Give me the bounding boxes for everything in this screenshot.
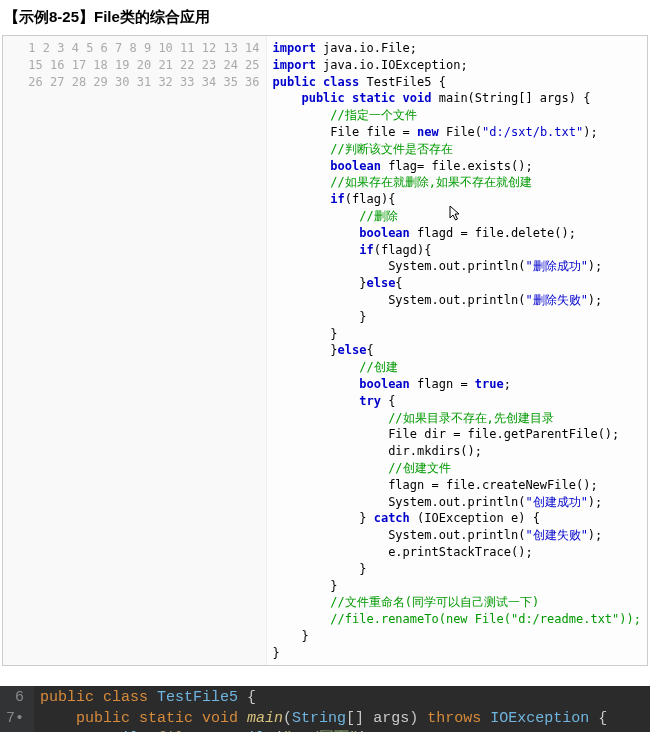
example-title: 【示例8-25】File类的综合应用 <box>0 0 650 35</box>
code-block-light: 1 2 3 4 5 6 7 8 9 10 11 12 13 14 15 16 1… <box>2 35 648 666</box>
lines-dark: public class TestFile5 { public static v… <box>34 686 650 732</box>
gutter-light: 1 2 3 4 5 6 7 8 9 10 11 12 13 14 15 16 1… <box>3 36 267 665</box>
code-block-dark: 67•891011121314151617 public class TestF… <box>0 686 650 732</box>
gutter-dark: 67•891011121314151617 <box>0 686 34 732</box>
lines-light: import java.io.File; import java.io.IOEx… <box>267 36 647 665</box>
